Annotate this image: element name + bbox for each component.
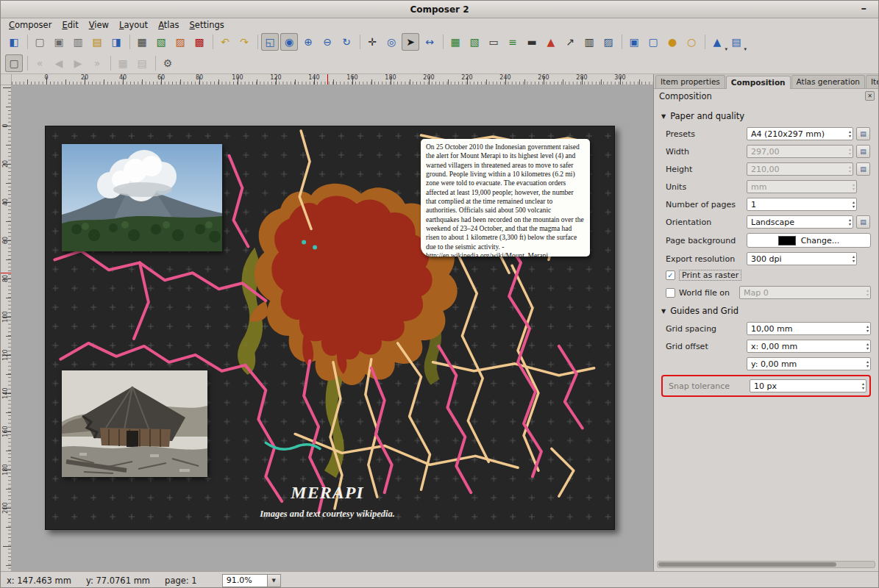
- save-project-icon[interactable]: ◧: [5, 33, 23, 51]
- caption-text-item[interactable]: On 25 October 2010 the Indonesian govern…: [421, 139, 590, 257]
- composition-viewport[interactable]: On 25 October 2010 the Indonesian govern…: [12, 85, 653, 571]
- export-atlas-icon[interactable]: ▤: [133, 54, 151, 72]
- raise-items-icon[interactable]: ▲▾: [708, 33, 726, 51]
- h-ruler[interactable]: 0204060801001201401601802002202402602803…: [12, 74, 653, 85]
- group-items-icon[interactable]: ▣: [625, 33, 643, 51]
- print-atlas-icon[interactable]: ▦: [114, 54, 132, 72]
- print-as-raster-checkbox[interactable]: ✓: [666, 270, 675, 280]
- add-attribute-table-icon[interactable]: ▥: [580, 33, 598, 51]
- print-as-raster-label[interactable]: Print as raster: [679, 270, 741, 281]
- zoom-combo[interactable]: 91.0% ▼: [222, 574, 281, 587]
- add-arrow-icon[interactable]: ↗: [561, 33, 579, 51]
- composer-manager-icon[interactable]: ▥: [69, 33, 87, 51]
- atlas-previous-feature-icon[interactable]: ◀: [50, 54, 68, 72]
- unlock-items-icon[interactable]: ○: [683, 33, 700, 51]
- grid-offset-x-input[interactable]: x: 0,00 mm ▴▾: [747, 340, 871, 353]
- data-defined-override-button[interactable]: ▤: [856, 162, 870, 176]
- section-guides-and-grid[interactable]: ▼ Guides and Grid: [661, 306, 871, 316]
- spinner-arrows-icon[interactable]: ▴▾: [853, 200, 855, 209]
- add-label-icon[interactable]: ▭: [485, 33, 502, 51]
- zoom-in-icon[interactable]: ⊕: [299, 33, 317, 51]
- load-from-template-icon[interactable]: ▤: [88, 33, 106, 51]
- print-icon[interactable]: ▦: [133, 33, 151, 51]
- add-shape-icon[interactable]: ▲: [542, 33, 560, 51]
- close-icon[interactable]: ✕: [865, 91, 875, 101]
- composition-title-label[interactable]: MERAPI: [228, 483, 427, 503]
- composition-page[interactable]: On 25 October 2010 the Indonesian govern…: [45, 126, 615, 530]
- spinner-arrows-icon[interactable]: ▴▾: [866, 359, 869, 368]
- scrollbar-thumb[interactable]: [658, 562, 836, 567]
- spinner-arrows-icon[interactable]: ▴▾: [866, 324, 869, 333]
- undo-icon[interactable]: ↶: [216, 33, 234, 51]
- section-paper-and-quality[interactable]: ▼ Paper and quality: [661, 111, 871, 121]
- panel-horizontal-scrollbar[interactable]: [657, 561, 875, 568]
- new-composition-icon[interactable]: ▢: [31, 33, 49, 51]
- zoom-out-icon[interactable]: ⊖: [318, 33, 336, 51]
- tab-composition[interactable]: Composition: [726, 76, 791, 89]
- data-defined-override-button[interactable]: ▤: [856, 127, 870, 140]
- orientation-combo[interactable]: Landscape ▴▾: [747, 215, 853, 229]
- select-move-item-icon[interactable]: ➤: [402, 33, 419, 51]
- menu-bar: ComposerEditViewLayoutAtlasSettings: [1, 18, 878, 31]
- preview-atlas-icon[interactable]: ▢: [5, 54, 23, 72]
- ruined-house-photo[interactable]: [62, 370, 207, 477]
- zoom-dropdown-icon[interactable]: ▼: [268, 574, 281, 587]
- atlas-first-feature-icon[interactable]: «: [31, 54, 49, 72]
- atlas-next-feature-icon[interactable]: ▶: [69, 54, 87, 72]
- spinner-arrows-icon[interactable]: ▴▾: [866, 342, 869, 351]
- tab-items[interactable]: Items: [866, 75, 879, 88]
- menu-composer[interactable]: Composer: [4, 20, 57, 30]
- spinner-arrows-icon[interactable]: ▴▾: [849, 218, 851, 226]
- spinner-arrows-icon[interactable]: ▴▾: [849, 129, 851, 138]
- snap-tolerance-input[interactable]: 10 px ▴▾: [750, 379, 866, 392]
- v-ruler[interactable]: 020406080100120140160180200: [1, 85, 12, 571]
- align-items-icon[interactable]: ▤▾: [727, 33, 745, 51]
- menu-settings[interactable]: Settings: [185, 20, 229, 30]
- lock-items-icon[interactable]: ●: [663, 33, 681, 51]
- add-new-map-icon[interactable]: ▦: [446, 33, 464, 51]
- export-as-pdf-icon[interactable]: ▩: [191, 33, 208, 51]
- refresh-composer-icon[interactable]: ↻: [338, 33, 355, 51]
- zoom-actual-icon[interactable]: ◉: [280, 33, 298, 51]
- ungroup-items-icon[interactable]: ▢: [644, 33, 662, 51]
- redo-icon[interactable]: ↷: [235, 33, 253, 51]
- move-item-content-icon[interactable]: ↔: [421, 33, 438, 51]
- volcano-photo[interactable]: [62, 144, 222, 251]
- zoom-value[interactable]: 91.0%: [222, 574, 268, 587]
- world-file-label[interactable]: World file on: [679, 288, 730, 298]
- save-as-template-icon[interactable]: ◨: [107, 33, 125, 51]
- menu-view[interactable]: View: [84, 20, 114, 30]
- add-image-icon[interactable]: ▧: [466, 33, 483, 51]
- atlas-last-feature-icon[interactable]: »: [88, 54, 106, 72]
- atlas-settings-icon[interactable]: ⚙: [159, 54, 177, 72]
- page-background-button[interactable]: Change...: [747, 233, 871, 248]
- data-defined-override-button[interactable]: ▤: [856, 145, 870, 158]
- menu-edit[interactable]: Edit: [57, 20, 83, 30]
- grid-offset-label: Grid offset: [666, 342, 744, 351]
- zoom-tool-icon[interactable]: ◎: [382, 33, 400, 51]
- spinner-arrows-icon[interactable]: ▴▾: [862, 381, 864, 390]
- add-legend-icon[interactable]: ≡: [504, 33, 522, 51]
- zoom-full-icon[interactable]: ◱: [261, 33, 279, 51]
- number-of-pages-input[interactable]: 1 ▴▾: [747, 198, 857, 211]
- menu-layout[interactable]: Layout: [114, 20, 153, 30]
- duplicate-composition-icon[interactable]: ▣: [50, 33, 68, 51]
- minimize-button[interactable]: –: [861, 1, 867, 15]
- grid-spacing-input[interactable]: 10,00 mm ▴▾: [747, 322, 871, 335]
- export-as-svg-icon[interactable]: ▨: [171, 33, 189, 51]
- spinner-arrows-icon[interactable]: ▴▾: [853, 254, 855, 263]
- export-resolution-input[interactable]: 300 dpi ▴▾: [747, 252, 857, 265]
- data-defined-override-button[interactable]: ▤: [856, 215, 870, 229]
- export-as-image-icon[interactable]: ▧: [152, 33, 170, 51]
- menu-atlas[interactable]: Atlas: [153, 20, 184, 30]
- units-label: Units: [666, 182, 744, 192]
- world-file-checkbox[interactable]: [666, 288, 675, 298]
- composition-subtitle-label[interactable]: Images and text courtesy wikipedia.: [202, 509, 452, 520]
- tab-item-properties[interactable]: Item properties: [655, 75, 725, 88]
- pan-composer-icon[interactable]: ✛: [363, 33, 381, 51]
- tab-atlas-generation[interactable]: Atlas generation: [791, 75, 865, 88]
- presets-combo[interactable]: A4 (210x297 mm) ▴▾: [747, 127, 853, 140]
- grid-offset-y-input[interactable]: y: 0,00 mm ▴▾: [747, 357, 871, 370]
- add-scalebar-icon[interactable]: ▬: [523, 33, 541, 51]
- add-html-frame-icon[interactable]: ▨: [599, 33, 617, 51]
